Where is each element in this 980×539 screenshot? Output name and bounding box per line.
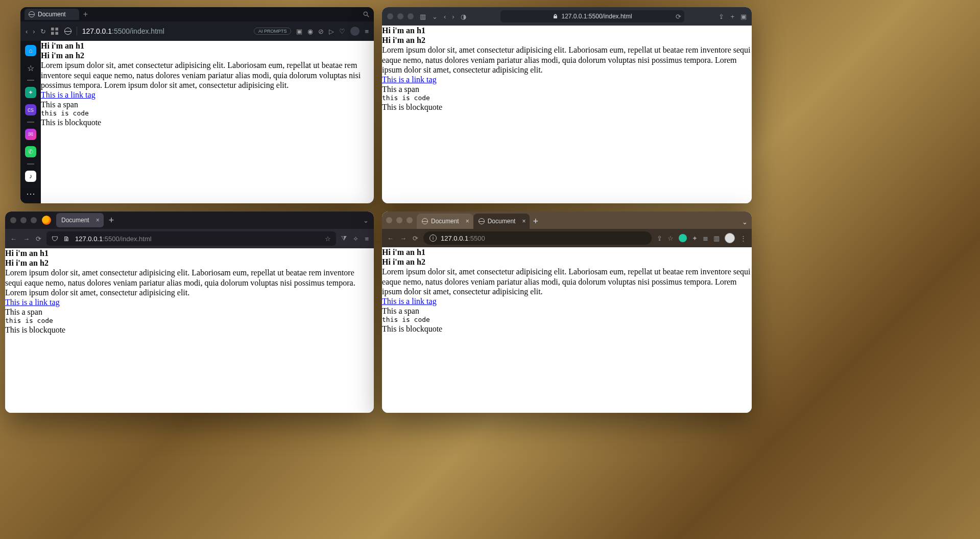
share-icon[interactable]: ▷ — [329, 28, 334, 35]
ai-prompts-button[interactable]: AI PROMPTS — [254, 28, 292, 35]
close-tab-icon[interactable]: × — [96, 217, 100, 224]
heading-2: Hi i'm an h2 — [382, 257, 751, 267]
more-icon[interactable]: ⋯ — [25, 188, 36, 199]
link-tag[interactable]: This is a link tag — [382, 297, 437, 306]
paragraph: Lorem ipsum dolor sit, amet consectetur … — [41, 60, 373, 90]
reload-icon[interactable]: ⟳ — [676, 13, 681, 20]
menu-icon[interactable]: ≡ — [365, 28, 369, 35]
profile-avatar[interactable] — [350, 27, 360, 36]
new-tab-button[interactable]: + — [533, 216, 538, 227]
tab-title: Document — [431, 218, 459, 225]
search-tabs-icon[interactable] — [363, 11, 370, 18]
new-tab-button[interactable]: + — [83, 10, 88, 19]
svg-rect-4 — [51, 32, 54, 35]
address-bar[interactable]: 127.0.0.1:5500/index.html — [64, 27, 248, 36]
tiktok-icon[interactable]: ♪ — [25, 171, 36, 182]
forward-button[interactable]: › — [33, 28, 35, 35]
svg-point-0 — [364, 12, 367, 15]
link-tag[interactable]: This is a link tag — [382, 75, 437, 84]
menu-icon[interactable]: ≡ — [365, 235, 369, 243]
share-icon[interactable]: ⇪ — [719, 13, 724, 20]
divider — [27, 122, 34, 123]
address-bar[interactable]: 🛡︎ 🗎 127.0.0.1:5500/index.html ☆ — [46, 231, 336, 246]
shield-icon[interactable]: ◑ — [461, 13, 466, 20]
safari-window: ▥ ⌄ ‹ › ◑ 🔒︎ 127.0.0.1:5500/index.html ⟳… — [382, 7, 752, 203]
window-controls[interactable] — [386, 217, 413, 223]
tab-search-icon[interactable]: ⌄ — [742, 218, 748, 226]
opera-tabbar: Document + — [20, 7, 374, 21]
heart-icon[interactable]: ♡ — [339, 28, 345, 35]
blockquote-text: This is blockquote — [382, 324, 751, 334]
chevron-down-icon[interactable]: ⌄ — [432, 13, 438, 20]
reload-button[interactable]: ↻ — [40, 28, 46, 35]
firefox-tab-active[interactable]: Document × — [56, 213, 104, 227]
chrome-tab-1[interactable]: Document × — [417, 214, 473, 229]
address-bar[interactable]: i 127.0.0.1:5500 — [423, 231, 652, 245]
back-button[interactable]: ‹ — [444, 13, 446, 20]
forward-button[interactable]: → — [400, 235, 407, 242]
svg-rect-5 — [55, 32, 58, 35]
heading-2: Hi i'm an h2 — [382, 35, 751, 45]
chrome-viewport: Hi i'm an h1 Hi i'm an h2 Lorem ipsum do… — [382, 247, 752, 413]
adblock-icon[interactable]: ⊘ — [318, 28, 324, 35]
chrome-toolbar: ← → ⟳ i 127.0.0.1:5500 ⇪ ☆ ✦ ≣ ▥ ⋮ — [382, 229, 752, 247]
blockquote-text: This is blockquote — [5, 325, 373, 335]
close-tab-icon[interactable]: × — [466, 218, 469, 225]
document-icon: 🗎 — [63, 235, 70, 243]
back-button[interactable]: ← — [10, 235, 17, 243]
reading-list-icon[interactable]: ≣ — [703, 235, 708, 242]
home-icon[interactable]: ⌂ — [25, 45, 36, 56]
tab-dropdown-icon[interactable]: ⌄ — [363, 217, 369, 224]
side-panel-icon[interactable]: ▥ — [713, 235, 720, 242]
globe-icon — [422, 218, 428, 224]
divider — [27, 163, 34, 165]
bookmark-star-icon[interactable]: ☆ — [325, 235, 331, 243]
opera-tab-active[interactable]: Document — [25, 9, 79, 20]
heading-2: Hi i'm an h2 — [41, 51, 373, 60]
code-text: this is code — [41, 109, 373, 118]
sidebar-icon[interactable]: ▥ — [420, 13, 426, 20]
chatgpt-icon[interactable]: ✦ — [25, 87, 36, 98]
back-button[interactable]: ← — [387, 235, 394, 242]
address-bar[interactable]: 🔒︎ 127.0.0.1:5500/index.html ⟳ — [500, 10, 684, 22]
url-text: 127.0.0.1:5500/index.html — [561, 13, 632, 20]
snapshot-icon[interactable]: ▣ — [296, 28, 302, 35]
new-tab-icon[interactable]: + — [730, 13, 734, 20]
window-controls[interactable] — [10, 217, 37, 223]
camera-icon[interactable]: ◉ — [307, 28, 313, 35]
span-text: This a span — [382, 84, 751, 94]
extension-icon[interactable] — [679, 234, 687, 242]
profile-avatar[interactable] — [725, 233, 735, 243]
firefox-toolbar: ← → ⟳ 🛡︎ 🗎 127.0.0.1:5500/index.html ☆ ⧩… — [5, 229, 374, 248]
tabs-icon[interactable]: ▣ — [740, 13, 747, 20]
forward-button[interactable]: → — [23, 235, 30, 243]
reload-button[interactable]: ⟳ — [36, 235, 41, 243]
chrome-window: Document × Document × + ⌄ ← → ⟳ i 127.0.… — [382, 212, 752, 413]
new-tab-button[interactable]: + — [109, 215, 114, 226]
share-icon[interactable]: ⇪ — [657, 235, 662, 242]
link-tag[interactable]: This is a link tag — [41, 90, 95, 99]
site-info-icon[interactable]: i — [429, 235, 437, 242]
window-controls[interactable] — [387, 13, 414, 19]
firefox-logo-icon[interactable] — [42, 216, 51, 225]
heading-1: Hi i'm an h1 — [382, 26, 751, 35]
pocket-icon[interactable]: ⧩ — [341, 235, 347, 243]
apps-icon[interactable] — [51, 28, 58, 35]
star-icon[interactable]: ☆ — [25, 62, 36, 74]
safari-viewport: Hi i'm an h1 Hi i'm an h2 Lorem ipsum do… — [382, 26, 752, 203]
blockquote-text: This is blockquote — [382, 102, 751, 112]
reload-button[interactable]: ⟳ — [413, 235, 418, 242]
extensions-puzzle-icon[interactable]: ✦ — [692, 235, 698, 242]
chrome-tab-2-active[interactable]: Document × — [473, 214, 530, 229]
messenger-icon[interactable]: ✉ — [25, 129, 36, 140]
forward-button[interactable]: › — [452, 13, 454, 20]
menu-icon[interactable]: ⋮ — [740, 235, 747, 242]
bookmark-star-icon[interactable]: ☆ — [667, 235, 674, 242]
extensions-icon[interactable]: ✧ — [353, 235, 358, 243]
close-tab-icon[interactable]: × — [522, 218, 525, 225]
cs-icon[interactable]: cs — [25, 104, 36, 115]
whatsapp-icon[interactable]: ✆ — [25, 146, 36, 157]
back-button[interactable]: ‹ — [26, 28, 28, 35]
link-tag[interactable]: This is a link tag — [5, 298, 60, 307]
chrome-tabbar: Document × Document × + ⌄ — [382, 212, 752, 229]
